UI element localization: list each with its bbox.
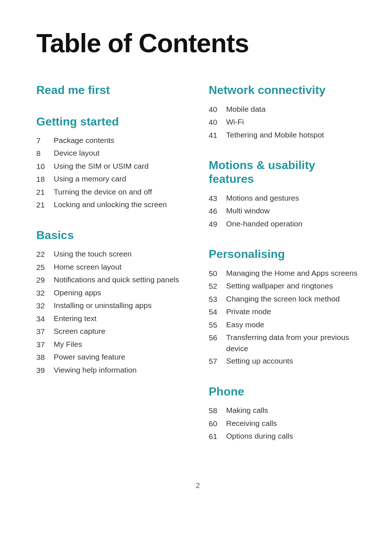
toc-text: Home screen layout [54,262,122,272]
toc-num: 39 [36,365,54,376]
personalising-list: 50 Managing the Home and Apps screens 52… [209,268,359,367]
toc-num: 8 [36,148,54,159]
toc-num: 40 [209,116,226,128]
toc-num: 52 [209,280,226,292]
list-item: 21 Turning the device on and off [36,186,187,198]
section-title-basics: Basics [36,228,187,242]
section-phone: Phone 58 Making calls 60 Receiving calls… [209,385,359,442]
list-item: 56 Transferring data from your previous … [209,332,359,354]
list-item: 52 Setting wallpaper and ringtones [209,280,359,292]
toc-text: Turning the device on and off [54,186,152,197]
list-item: 60 Receiving calls [209,418,359,430]
left-column: Read me first Getting started 7 Package … [36,83,187,459]
section-motions-usability: Motions & usability features 43 Motions … [209,158,359,230]
list-item: 32 Installing or uninstalling apps [36,300,187,312]
section-title-personalising: Personalising [209,247,359,261]
toc-num: 60 [209,418,226,430]
toc-num: 43 [209,193,226,204]
list-item: 53 Changing the screen lock method [209,294,359,305]
toc-text: Screen capture [54,326,105,337]
toc-text: Entering text [54,313,97,324]
list-item: 18 Using a memory card [36,173,187,185]
toc-num: 32 [36,287,54,299]
list-item: 40 Mobile data [209,104,359,115]
toc-num: 57 [209,356,226,367]
toc-num: 32 [36,300,54,312]
toc-text: Motions and gestures [226,193,299,204]
list-item: 37 My Files [36,339,187,350]
toc-num: 7 [36,135,54,147]
list-item: 32 Opening apps [36,287,187,299]
toc-text: Device layout [54,148,99,159]
list-item: 58 Making calls [209,405,359,416]
section-read-me-first: Read me first [36,83,187,97]
toc-num: 38 [36,352,54,363]
toc-text: Private mode [226,306,271,317]
toc-num: 21 [36,199,54,211]
toc-text: My Files [54,339,82,350]
list-item: 43 Motions and gestures [209,193,359,204]
toc-text: One-handed operation [226,218,302,229]
section-network-connectivity: Network connectivity 40 Mobile data 40 W… [209,83,359,141]
toc-columns: Read me first Getting started 7 Package … [36,83,359,459]
list-item: 21 Locking and unlocking the screen [36,199,187,211]
motions-list: 43 Motions and gestures 46 Multi window … [209,193,359,230]
toc-num: 18 [36,173,54,185]
toc-text: Package contents [54,135,114,146]
section-title-getting-started: Getting started [36,115,187,128]
toc-num: 25 [36,262,54,273]
list-item: 8 Device layout [36,148,187,159]
toc-text: Viewing help information [54,365,136,376]
toc-text: Receiving calls [226,418,277,429]
toc-num: 10 [36,161,54,172]
toc-text: Power saving feature [54,352,125,362]
toc-num: 46 [209,205,226,217]
list-item: 50 Managing the Home and Apps screens [209,268,359,279]
section-getting-started: Getting started 7 Package contents 8 Dev… [36,115,187,211]
toc-text: Using the touch screen [54,249,132,259]
toc-text: Easy mode [226,319,264,330]
getting-started-list: 7 Package contents 8 Device layout 10 Us… [36,135,187,211]
list-item: 29 Notifications and quick setting panel… [36,274,187,286]
toc-text: Options during calls [226,431,293,442]
toc-num: 37 [36,326,54,337]
list-item: 38 Power saving feature [36,352,187,363]
toc-text: Changing the screen lock method [226,294,340,304]
toc-text: Setting up accounts [226,356,293,366]
list-item: 7 Package contents [36,135,187,147]
toc-num: 40 [209,104,226,115]
toc-text: Wi-Fi [226,116,244,127]
toc-text: Transferring data from your previous dev… [226,332,359,354]
page-number: 2 [36,481,359,490]
network-list: 40 Mobile data 40 Wi-Fi 41 Tethering and… [209,104,359,141]
toc-text: Opening apps [54,287,101,298]
section-title-network-connectivity: Network connectivity [209,83,359,97]
toc-num: 34 [36,313,54,325]
list-item: 34 Entering text [36,313,187,325]
toc-num: 56 [209,332,226,344]
basics-list: 22 Using the touch screen 25 Home screen… [36,249,187,376]
toc-text: Setting wallpaper and ringtones [226,280,333,291]
toc-num: 54 [209,306,226,318]
list-item: 46 Multi window [209,205,359,217]
section-title-phone: Phone [209,385,359,398]
toc-num: 61 [209,431,226,442]
toc-text: Installing or uninstalling apps [54,300,152,311]
list-item: 41 Tethering and Mobile hotspot [209,130,359,141]
list-item: 61 Options during calls [209,431,359,442]
list-item: 25 Home screen layout [36,262,187,273]
list-item: 55 Easy mode [209,319,359,331]
toc-num: 37 [36,339,54,350]
toc-text: Tethering and Mobile hotspot [226,130,324,140]
toc-text: Locking and unlocking the screen [54,199,167,210]
toc-num: 50 [209,268,226,279]
toc-num: 21 [36,186,54,198]
toc-num: 58 [209,405,226,416]
toc-text: Mobile data [226,104,266,115]
toc-num: 53 [209,294,226,305]
section-personalising: Personalising 50 Managing the Home and A… [209,247,359,367]
page-title: Table of Contents [36,29,359,58]
toc-text: Using the SIM or USIM card [54,161,148,172]
toc-text: Managing the Home and Apps screens [226,268,358,279]
section-title-motions-usability: Motions & usability features [209,158,359,186]
